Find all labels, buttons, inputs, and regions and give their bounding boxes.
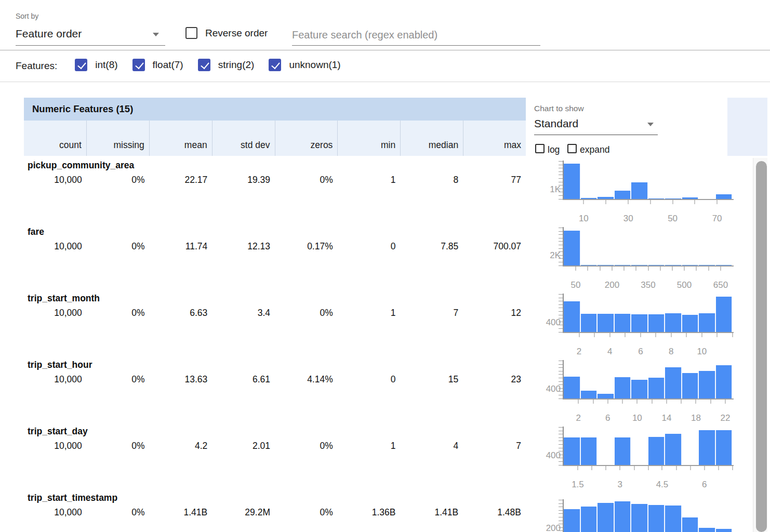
header-right-strip xyxy=(727,98,767,156)
expand-checkbox[interactable] xyxy=(567,144,577,153)
checkbox-checked-icon[interactable] xyxy=(75,59,87,71)
stat-value: 0.17% xyxy=(275,241,338,252)
hist-bar xyxy=(598,503,614,532)
hist-x-tick xyxy=(623,267,625,271)
hist-bar xyxy=(699,430,715,465)
stat-value: 4.2 xyxy=(150,441,213,451)
hist-bar xyxy=(716,194,733,199)
hist-bar xyxy=(665,506,682,532)
feature-search-input[interactable] xyxy=(292,25,540,46)
feature-type-label: string(2) xyxy=(218,59,255,71)
hist-bar xyxy=(699,313,715,332)
stat-value: 29.2M xyxy=(212,507,275,518)
feature-row: trip_start_day 10,0000%4.22.010%147 400 … xyxy=(24,422,767,488)
hist-x-tick xyxy=(579,333,580,337)
checkbox-checked-icon[interactable] xyxy=(198,59,210,71)
hist-bar xyxy=(615,191,631,199)
hist-plot xyxy=(564,161,733,199)
feature-name: trip_start_month xyxy=(28,293,100,304)
checkbox-checked-icon[interactable] xyxy=(132,59,145,71)
hist-x-tick xyxy=(695,400,696,404)
stat-value: 700.07 xyxy=(463,241,526,252)
hist-bar xyxy=(564,231,580,265)
hist-x-tick xyxy=(681,400,682,404)
hist-x-tick xyxy=(716,200,718,204)
stat-value: 0% xyxy=(87,441,150,451)
hist-x-tick xyxy=(686,333,687,337)
feature-stats-row: 10,0000%13.636.614.14%01523 xyxy=(24,374,526,385)
hist-bar xyxy=(581,437,598,465)
hist-plot xyxy=(564,500,733,532)
sort-by-dropdown[interactable]: Feature order xyxy=(16,25,165,46)
hist-bar xyxy=(648,314,665,332)
chart-to-show-label: Chart to show xyxy=(534,104,584,113)
hist-bar xyxy=(631,504,648,532)
hist-bar xyxy=(615,314,631,332)
vertical-scrollbar-thumb[interactable] xyxy=(756,161,767,532)
hist-bar xyxy=(682,315,699,332)
hist-bar xyxy=(564,377,580,398)
hist-x-axis xyxy=(563,199,734,200)
reverse-order-checkbox[interactable] xyxy=(185,27,197,39)
feature-stats-row: 10,0000%1.41B29.2M0%1.36B1.41B1.48B xyxy=(24,507,526,518)
hist-bar xyxy=(598,314,614,332)
hist-plot xyxy=(564,427,733,465)
hist-x-tick xyxy=(605,466,606,470)
log-label: log xyxy=(548,144,560,155)
hist-x-tick xyxy=(716,333,718,337)
feature-histogram: 400 2610141822 xyxy=(539,355,767,422)
hist-x-tick xyxy=(718,466,719,470)
hist-x-tick xyxy=(672,267,673,271)
stat-value: 7.85 xyxy=(401,241,463,252)
hist-x-tick xyxy=(636,400,638,404)
stat-value: 6.61 xyxy=(212,374,275,385)
hist-bar xyxy=(564,437,580,465)
stat-value: 1.41B xyxy=(150,507,213,518)
stat-value: 0% xyxy=(87,175,150,185)
hist-bar xyxy=(615,437,631,465)
hist-bar xyxy=(716,297,733,332)
hist-bar xyxy=(665,434,682,465)
hist-bar xyxy=(631,182,648,199)
hist-x-tick xyxy=(648,466,649,470)
stat-value: 11.74 xyxy=(150,241,213,252)
hist-x-tick xyxy=(666,400,667,404)
chart-to-show-dropdown[interactable]: Standard xyxy=(534,115,658,135)
hist-bar xyxy=(716,430,733,465)
hist-x-tick xyxy=(710,400,711,404)
hist-bar xyxy=(716,529,733,532)
stat-value: 77 xyxy=(463,175,526,185)
hist-y-tick-label: 400 xyxy=(539,384,561,394)
stat-value: 12.13 xyxy=(212,241,275,252)
log-checkbox[interactable] xyxy=(535,144,545,153)
stat-value: 1.48B xyxy=(463,507,526,518)
hist-plot xyxy=(564,228,733,265)
hist-y-tick-label: 400 xyxy=(539,450,561,461)
hist-x-tick xyxy=(696,267,697,271)
stat-value: 8 xyxy=(401,175,463,185)
feature-type-filterbar: Features: int(8) float(7) string(2) unkn… xyxy=(0,50,770,82)
hist-bar xyxy=(648,437,665,465)
stat-value: 23 xyxy=(463,374,526,385)
stat-value: 0% xyxy=(275,175,338,185)
stat-value: 1 xyxy=(338,441,401,451)
feature-type-filter: float(7) xyxy=(132,59,183,71)
hist-x-tick xyxy=(612,267,613,271)
stat-value: 1.36B xyxy=(338,507,401,518)
stat-value: 19.39 xyxy=(212,175,275,185)
hist-x-axis xyxy=(563,332,734,333)
hist-x-tick xyxy=(648,267,649,271)
sort-by-label: Sort by xyxy=(16,12,38,20)
hist-x-tick xyxy=(690,466,691,470)
stat-value: 0% xyxy=(275,507,338,518)
checkbox-checked-icon[interactable] xyxy=(269,59,281,71)
hist-bar xyxy=(581,314,598,332)
hist-bar xyxy=(682,373,699,398)
hist-x-tick xyxy=(591,466,592,470)
hist-x-tick xyxy=(684,267,685,271)
hist-x-tick xyxy=(720,267,721,271)
column-header-missing: missing xyxy=(86,121,149,156)
feature-histogram: 200 xyxy=(539,488,767,532)
stat-value: 0% xyxy=(87,374,150,385)
hist-y-tick-label: 400 xyxy=(539,317,561,328)
